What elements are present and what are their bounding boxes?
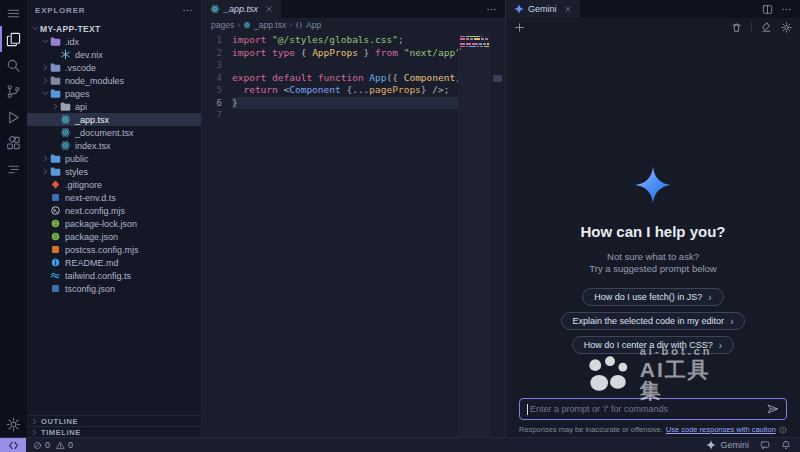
tree-item--idx[interactable]: .idx — [27, 35, 201, 48]
tree-item-postcss-config-mjs[interactable]: postcss.config.mjs — [27, 243, 201, 256]
breadcrumb-app[interactable]: App — [295, 20, 321, 30]
editor-group: _app.tsx pages›_app.tsx›App 1import "@/s… — [202, 0, 505, 437]
code-token: import — [232, 34, 266, 45]
tree-item-readme-md[interactable]: README.md — [27, 256, 201, 269]
chevron-right-icon: › — [708, 292, 711, 303]
suggested-prompt-1[interactable]: How do I use fetch() in JS?› — [582, 288, 723, 306]
more-actions-icon[interactable] — [486, 4, 497, 15]
prompt-input[interactable] — [529, 404, 767, 414]
tree-item-package-lock-json[interactable]: package-lock.json — [27, 217, 201, 230]
eraser-icon[interactable] — [761, 22, 772, 33]
minimap-segment — [472, 43, 478, 45]
tree-item-label: node_modules — [65, 76, 124, 86]
prompt-input-box[interactable] — [519, 398, 787, 420]
folder-api-icon — [60, 101, 71, 112]
run-debug-icon — [6, 110, 21, 125]
tree-item-api[interactable]: api — [27, 100, 201, 113]
tree-item-index-tsx[interactable]: index.tsx — [27, 139, 201, 152]
tree-item-dev-nix[interactable]: dev.nix — [27, 48, 201, 61]
tree-item-node-modules[interactable]: node_modules — [27, 74, 201, 87]
activity-search-icon[interactable] — [0, 52, 27, 78]
explorer-title: EXPLORER — [35, 6, 85, 15]
gear-icon[interactable] — [781, 22, 792, 33]
bell-icon[interactable] — [781, 440, 791, 450]
react-icon — [60, 114, 71, 125]
tree-item-label: .gitignore — [65, 180, 102, 190]
code-editor[interactable]: 1import "@/styles/globals.css";2import t… — [202, 31, 505, 437]
tree-item-tsconfig-json[interactable]: tsconfig.json — [27, 282, 201, 295]
minimap-segment — [460, 36, 465, 38]
activity-idx-panel-icon[interactable] — [0, 156, 27, 182]
more-actions-icon[interactable] — [182, 5, 193, 16]
trash-icon[interactable] — [731, 22, 742, 33]
activity-settings-gear-icon[interactable] — [0, 411, 27, 437]
code-token: } — [232, 97, 238, 108]
code-line-text — [232, 109, 458, 122]
info-icon[interactable] — [779, 426, 787, 434]
feedback-icon[interactable] — [760, 440, 770, 450]
tree-item--vscode[interactable]: .vscode — [27, 61, 201, 74]
code-token: Component — [404, 72, 455, 83]
code-line-text: import type { AppProps } from "next/app"… — [232, 47, 458, 60]
activity-extensions-icon[interactable] — [0, 130, 27, 156]
minimap-line — [460, 51, 489, 54]
close-icon[interactable] — [265, 5, 273, 13]
folder-node-icon — [50, 75, 61, 86]
editor-scrollbar[interactable] — [491, 31, 505, 437]
chevron-right-icon: › — [719, 340, 722, 351]
send-icon[interactable] — [767, 403, 779, 415]
tree-item--app-tsx[interactable]: _app.tsx — [27, 113, 201, 126]
watermark: ai-bot.cn AI工具集 — [585, 346, 732, 401]
split-editor-icon[interactable] — [762, 4, 773, 15]
activity-menu-icon[interactable] — [0, 0, 27, 26]
code-token — [232, 84, 243, 95]
code-token: pageProps — [369, 84, 420, 95]
activity-source-control-icon[interactable] — [0, 78, 27, 104]
problems-status[interactable]: 0 0 — [26, 438, 80, 452]
minimap-segment — [460, 48, 461, 50]
more-actions-icon[interactable] — [781, 4, 792, 15]
tab-gemini[interactable]: Gemini — [506, 0, 580, 18]
minimap-segment — [479, 43, 482, 45]
activity-run-debug-icon[interactable] — [0, 104, 27, 130]
close-icon[interactable] — [564, 5, 572, 13]
tree-item-label: dev.nix — [75, 50, 103, 60]
outline-section[interactable]: OUTLINE — [27, 415, 201, 426]
tree-item-tailwind-config-ts[interactable]: tailwind.config.ts — [27, 269, 201, 282]
tree-item-package-json[interactable]: package.json — [27, 230, 201, 243]
tree-item-my-app-text[interactable]: MY-APP-TEXT — [27, 22, 201, 35]
tree-item-styles[interactable]: styles — [27, 165, 201, 178]
suggested-prompt-2[interactable]: Explain the selected code in my editor› — [561, 312, 746, 330]
suggested-prompts: How do I use fetch() in JS?›Explain the … — [561, 288, 746, 354]
watermark-text-large: AI工具集 — [640, 359, 733, 401]
tab-label: Gemini — [528, 4, 557, 14]
code-token: < — [278, 84, 289, 95]
tree-item-pages[interactable]: pages — [27, 87, 201, 100]
code-token: Component — [289, 84, 340, 95]
tab-app-tsx[interactable]: _app.tsx — [202, 0, 281, 18]
tree-item-public[interactable]: public — [27, 152, 201, 165]
tree-item-next-env-d-ts[interactable]: next-env.d.ts — [27, 191, 201, 204]
breadcrumb-label: pages — [211, 20, 234, 30]
remote-indicator[interactable] — [0, 438, 26, 452]
minimap[interactable] — [458, 33, 491, 437]
tree-item--document-tsx[interactable]: _document.tsx — [27, 126, 201, 139]
caution-link[interactable]: Use code responses with caution — [666, 425, 776, 434]
tree-item-next-config-mjs[interactable]: next.config.mjs — [27, 204, 201, 217]
line-number: 6 — [202, 97, 232, 110]
breadcrumb-pages[interactable]: pages — [211, 20, 234, 30]
tree-item--gitignore[interactable]: .gitignore — [27, 178, 201, 191]
gemini-status-item[interactable]: Gemini — [706, 440, 749, 450]
chevron-right-icon — [41, 77, 50, 84]
breadcrumb--app-tsx[interactable]: _app.tsx — [243, 20, 286, 30]
npm-icon — [50, 218, 61, 229]
new-chat-button[interactable] — [514, 22, 525, 33]
activity-explorer-icon[interactable] — [0, 26, 27, 52]
folder-pages-icon — [50, 88, 61, 99]
suggested-prompt-3[interactable]: How do I center a div with CSS?› — [572, 336, 734, 354]
timeline-section[interactable]: TIMELINE — [27, 426, 201, 437]
code-token: } />; — [421, 84, 450, 95]
gemini-chat-area: How can I help you? Not sure what to ask… — [506, 36, 800, 398]
scrollbar-thumb[interactable] — [493, 75, 502, 82]
warning-count: 0 — [68, 440, 73, 450]
